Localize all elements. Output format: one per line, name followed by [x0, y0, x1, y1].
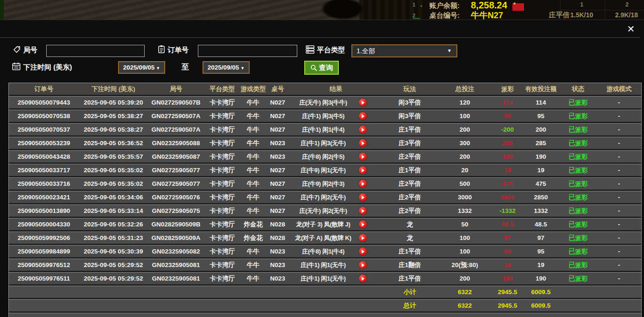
- play-icon[interactable]: [359, 275, 367, 282]
- total-platform-type: [204, 300, 240, 311]
- valid-bet: 285: [522, 137, 560, 149]
- order-id: 250905059976512: [9, 259, 79, 271]
- china-flag-icon: ★: [512, 3, 524, 11]
- total-bet: 200: [437, 273, 493, 284]
- table-row: 2509050599765112025-09-05 05:29:52GN0232…: [9, 272, 641, 286]
- play-icon[interactable]: [359, 180, 367, 188]
- round-number-input[interactable]: [46, 45, 145, 57]
- col-header-result: 结果: [289, 83, 383, 95]
- status: 已派彩: [560, 191, 597, 203]
- game-type: 牛牛: [240, 191, 266, 203]
- platform-type: 卡卡湾厅: [204, 246, 240, 257]
- limits-col-1: 1: [580, 1, 583, 8]
- game-mode: -: [597, 205, 641, 217]
- result: 庄(牛1) 闲1(牛4): [289, 124, 383, 135]
- play-icon[interactable]: [359, 112, 367, 120]
- order-id: 250905059984899: [9, 246, 79, 257]
- round-id: GN02725905077: [148, 178, 204, 190]
- col-header-platform-type: 平台类型: [204, 83, 240, 95]
- col-header-table-no: 桌号: [266, 83, 289, 95]
- round-id: GN02325905082: [148, 246, 204, 257]
- play-icon[interactable]: [359, 139, 367, 147]
- play-icon[interactable]: [359, 247, 367, 255]
- play-type: 庄2平倍: [383, 191, 437, 203]
- table-row: 2509050500434282025-09-05 05:35:57GN0232…: [9, 150, 641, 164]
- limits-divider-h: [560, 10, 644, 10]
- result-text: 庄(牛8) 闲1(牛4): [289, 246, 357, 257]
- payout: -1332: [493, 205, 522, 217]
- list-marker-1: 1: [413, 2, 415, 7]
- game-mode: -: [597, 232, 641, 244]
- play-icon[interactable]: [359, 126, 367, 134]
- col-header-status: 状态: [560, 83, 597, 95]
- game-type: 牛牛: [240, 164, 266, 176]
- subtotal-bet-time: [79, 286, 148, 298]
- play-type: 庄1平倍: [383, 124, 437, 135]
- col-header-play-type: 玩法: [383, 83, 437, 95]
- chevron-down-icon: ▼: [447, 45, 452, 56]
- empty-trailing-row: [9, 313, 641, 317]
- date-from-value: 2025/09/05: [123, 64, 155, 71]
- play-type: 龙: [383, 232, 437, 244]
- col-header-round-id: 局号: [148, 83, 204, 95]
- total-order-id: [9, 300, 79, 311]
- table-no: N027: [266, 178, 289, 190]
- round-id: GN0282590509A: [148, 232, 204, 244]
- play-type: 庄2平倍: [383, 205, 437, 217]
- payout: 285: [493, 137, 522, 149]
- play-icon[interactable]: [359, 207, 367, 215]
- status: 已派彩: [560, 259, 597, 271]
- game-type: 牛牛: [240, 246, 266, 257]
- table-body: 2509050500794432025-09-05 05:39:20GN0272…: [9, 96, 641, 286]
- total-bet: 20: [437, 164, 493, 176]
- total-bet-time: [79, 300, 148, 311]
- order-id: 250905050023421: [9, 191, 79, 203]
- play-icon[interactable]: [359, 99, 367, 106]
- modal-top-divider: [0, 37, 640, 38]
- table-row: 2509050599765122025-09-05 05:29:52GN0232…: [9, 259, 641, 272]
- result-text: 庄(无牛) 闲2(无牛): [289, 205, 357, 217]
- dim-overlay: [0, 0, 644, 20]
- play-icon[interactable]: [359, 166, 367, 174]
- platform-type: 卡卡湾厅: [204, 178, 240, 190]
- result-text: 庄(牛8) 闲2(牛5): [289, 151, 357, 162]
- total-game-mode: [597, 300, 641, 311]
- play-type: 庄2平倍: [383, 178, 437, 190]
- valid-bet: 190: [522, 151, 560, 162]
- subtotal-valid-bet: 6009.5: [522, 286, 560, 298]
- col-header-bet-time: 下注时间 (美东): [79, 83, 148, 95]
- close-icon[interactable]: ✕: [623, 22, 638, 36]
- total-table-no: [266, 300, 289, 311]
- status: 已派彩: [560, 232, 597, 244]
- subtotal-game-mode: [597, 286, 641, 298]
- game-mode: -: [597, 97, 641, 108]
- platform-type-select[interactable]: 1.全部 ▼: [351, 44, 457, 57]
- valid-bet: 475: [522, 178, 560, 190]
- date-to-picker[interactable]: 2025/09/05▼: [203, 61, 250, 74]
- table-no: N023: [266, 259, 289, 271]
- table-header-row: 订单号下注时间 (美东)局号平台类型游戏类型桌号结果玩法总投注派彩有效投注额状态…: [9, 83, 641, 96]
- query-button[interactable]: 查询: [304, 61, 339, 75]
- grand-total-row: 总计63222945.56009.5: [9, 299, 641, 313]
- order-id: 250905050053239: [9, 137, 79, 149]
- limits-col-2: 2: [625, 1, 629, 8]
- platform-type: 卡卡湾厅: [204, 110, 240, 122]
- balance-label: 账户余额:: [429, 1, 460, 10]
- result-text: 庄(牛1) 闲1(牛4): [289, 124, 357, 135]
- payout: 190: [493, 151, 522, 162]
- play-icon[interactable]: [359, 193, 367, 201]
- status: 已派彩: [560, 178, 597, 190]
- bet-time: 2025-09-05 05:36:52: [79, 137, 148, 149]
- play-icon[interactable]: [359, 234, 367, 242]
- play-icon[interactable]: [359, 261, 367, 269]
- bet-time: 2025-09-05 05:34:06: [79, 191, 148, 203]
- play-icon[interactable]: [359, 220, 367, 228]
- order-number-input[interactable]: [198, 45, 297, 57]
- game-type: 炸金花: [240, 218, 266, 230]
- play-icon[interactable]: [359, 153, 367, 161]
- table-row: 2509050599848992025-09-05 05:30:39GN0232…: [9, 245, 641, 259]
- date-from-picker[interactable]: 2025/09/05▼: [118, 61, 165, 74]
- tag-icon: [13, 45, 21, 54]
- game-mode: -: [597, 151, 641, 162]
- result: 庄(牛7) 闲2(无牛): [289, 191, 383, 203]
